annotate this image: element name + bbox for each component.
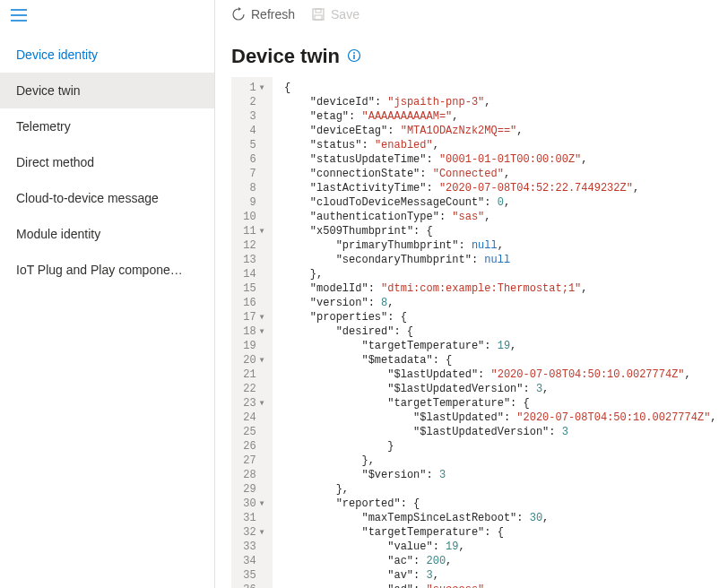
- fold-icon[interactable]: ▾: [259, 526, 265, 539]
- code-editor[interactable]: 1▾ 2 3 4 5 6 7 8 9 10 11▾ 12 13 14 15 16…: [215, 77, 719, 588]
- fold-icon[interactable]: ▾: [259, 311, 265, 324]
- gutter-line: 3: [237, 109, 265, 124]
- save-button: Save: [311, 7, 360, 22]
- toolbar: Refresh Save: [215, 0, 719, 29]
- svg-rect-5: [315, 15, 322, 20]
- gutter-line: 34: [237, 554, 265, 568]
- gutter-line: 30▾: [237, 497, 265, 511]
- code-line: "targetTemperature": {: [278, 396, 719, 411]
- gutter-line: 33: [237, 540, 265, 554]
- gutter-line: 16: [237, 296, 265, 310]
- gutter-line: 20▾: [237, 353, 265, 368]
- code-line: "connectionState": "Connected",: [278, 167, 719, 181]
- code-line: "$lastUpdated": "2020-07-08T04:50:10.002…: [278, 368, 719, 382]
- fold-icon[interactable]: ▾: [259, 82, 265, 94]
- fold-icon[interactable]: ▾: [259, 497, 265, 510]
- gutter-line: 12: [237, 238, 265, 253]
- code-line: "maxTempSinceLastReboot": 30,: [278, 511, 719, 525]
- code-line: "targetTemperature": 19,: [278, 339, 719, 353]
- code-line: "$version": 3: [278, 468, 719, 482]
- sidebar-item[interactable]: IoT Plug and Play compone…: [0, 252, 214, 288]
- sidebar-item[interactable]: Cloud-to-device message: [0, 180, 214, 216]
- code-line: "reported": {: [278, 497, 719, 511]
- sidebar-item[interactable]: Telemetry: [0, 108, 214, 144]
- gutter-line: 14: [237, 267, 265, 281]
- code-line: "cloudToDeviceMessageCount": 0,: [278, 195, 719, 210]
- refresh-label: Refresh: [251, 7, 295, 22]
- gutter-line: 7: [237, 167, 265, 181]
- code-line: "targetTemperature": {: [278, 525, 719, 540]
- fold-icon[interactable]: ▾: [259, 354, 265, 367]
- gutter-line: 24: [237, 411, 265, 425]
- code-line: },: [278, 454, 719, 468]
- code-line: "ad": "success": [278, 583, 719, 588]
- code-line: },: [278, 482, 719, 497]
- gutter-line: 10: [237, 210, 265, 224]
- editor-gutter: 1▾ 2 3 4 5 6 7 8 9 10 11▾ 12 13 14 15 16…: [231, 77, 273, 588]
- gutter-line: 2: [237, 95, 265, 109]
- code-line: "statusUpdateTime": "0001-01-01T00:00:00…: [278, 152, 719, 167]
- page-header: Device twin: [215, 29, 719, 77]
- info-icon[interactable]: [347, 48, 361, 65]
- save-icon: [311, 7, 325, 22]
- sidebar-item[interactable]: Device identity: [0, 37, 214, 73]
- fold-icon[interactable]: ▾: [259, 397, 265, 410]
- svg-rect-4: [316, 9, 321, 13]
- gutter-line: 23▾: [237, 396, 265, 411]
- gutter-line: 35: [237, 568, 265, 583]
- gutter-line: 32▾: [237, 525, 265, 540]
- code-line: "deviceEtag": "MTA1ODAzNzk2MQ==",: [278, 124, 719, 138]
- code-line: "$lastUpdatedVersion": 3: [278, 425, 719, 439]
- gutter-line: 21: [237, 368, 265, 382]
- code-line: }: [278, 439, 719, 454]
- code-line: "$metadata": {: [278, 353, 719, 368]
- gutter-line: 36: [237, 583, 265, 588]
- gutter-line: 17▾: [237, 310, 265, 324]
- editor-code[interactable]: { "deviceId": "jspaith-pnp-3", "etag": "…: [273, 77, 719, 588]
- refresh-icon: [231, 7, 246, 22]
- sidebar-nav: Device identityDevice twinTelemetryDirec…: [0, 37, 214, 288]
- sidebar-item[interactable]: Device twin: [0, 73, 214, 108]
- code-line: "status": "enabled",: [278, 138, 719, 152]
- gutter-line: 15: [237, 281, 265, 296]
- code-line: "$lastUpdated": "2020-07-08T04:50:10.002…: [278, 411, 719, 425]
- gutter-line: 19: [237, 339, 265, 353]
- gutter-line: 9: [237, 195, 265, 210]
- svg-rect-8: [353, 55, 354, 59]
- gutter-line: 13: [237, 253, 265, 267]
- code-line: "value": 19,: [278, 540, 719, 554]
- gutter-line: 11▾: [237, 224, 265, 238]
- gutter-line: 26: [237, 439, 265, 454]
- gutter-line: 27: [237, 454, 265, 468]
- gutter-line: 5: [237, 138, 265, 152]
- gutter-line: 25: [237, 425, 265, 439]
- code-line: "deviceId": "jspaith-pnp-3",: [278, 95, 719, 109]
- code-line: "av": 3,: [278, 568, 719, 583]
- fold-icon[interactable]: ▾: [259, 325, 265, 338]
- code-line: "authenticationType": "sas",: [278, 210, 719, 224]
- code-line: "etag": "AAAAAAAAAAM=",: [278, 109, 719, 124]
- main-panel: Refresh Save Device twin: [215, 0, 719, 588]
- code-line: "primaryThumbprint": null,: [278, 238, 719, 253]
- sidebar-item[interactable]: Direct method: [0, 144, 214, 180]
- sidebar-item[interactable]: Module identity: [0, 216, 214, 252]
- refresh-button[interactable]: Refresh: [231, 7, 295, 22]
- fold-icon[interactable]: ▾: [259, 225, 265, 238]
- code-line: "version": 8,: [278, 296, 719, 310]
- hamburger-button[interactable]: [0, 0, 214, 33]
- gutter-line: 8: [237, 181, 265, 195]
- save-label: Save: [331, 7, 360, 22]
- code-line: "modelId": "dtmi:com:example:Thermostat;…: [278, 281, 719, 296]
- code-line: "desired": {: [278, 324, 719, 339]
- code-line: },: [278, 267, 719, 281]
- gutter-line: 4: [237, 124, 265, 138]
- gutter-line: 22: [237, 382, 265, 396]
- code-line: "lastActivityTime": "2020-07-08T04:52:22…: [278, 181, 719, 195]
- gutter-line: 6: [237, 152, 265, 167]
- code-line: "secondaryThumbprint": null: [278, 253, 719, 267]
- gutter-line: 28: [237, 468, 265, 482]
- sidebar: Device identityDevice twinTelemetryDirec…: [0, 0, 215, 588]
- code-line: "x509Thumbprint": {: [278, 224, 719, 238]
- gutter-line: 31: [237, 511, 265, 525]
- code-line: "$lastUpdatedVersion": 3,: [278, 382, 719, 396]
